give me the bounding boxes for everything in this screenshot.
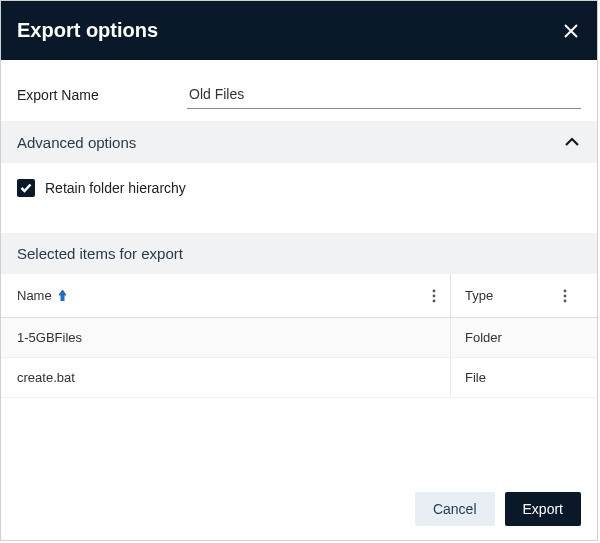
svg-point-6 [564,289,567,292]
column-header-type[interactable]: Type [451,274,581,317]
column-type-menu[interactable] [557,288,573,304]
svg-point-3 [433,289,436,292]
column-type-label: Type [465,288,493,303]
dialog-header: Export options [1,1,597,60]
export-name-input[interactable] [187,80,581,109]
table-row[interactable]: 1-5GBFiles Folder [1,318,597,358]
advanced-options-toggle[interactable]: Advanced options [1,121,597,163]
export-button[interactable]: Export [505,492,581,526]
retain-folder-label: Retain folder hierarchy [45,180,186,196]
close-icon [564,24,578,38]
export-name-row: Export Name [1,60,597,121]
svg-marker-2 [59,290,66,301]
column-header-name[interactable]: Name [17,274,451,317]
spacer [1,213,597,233]
selected-items-title: Selected items for export [17,245,183,262]
cell-name: create.bat [17,358,451,397]
items-table: Name Type 1-5GBFiles Folder [1,274,597,398]
kebab-icon [563,289,567,303]
close-button[interactable] [561,21,581,41]
table-row[interactable]: create.bat File [1,358,597,398]
advanced-options-title: Advanced options [17,134,136,151]
cancel-button[interactable]: Cancel [415,492,495,526]
column-name-label: Name [17,288,52,303]
chevron-up-icon [563,133,581,151]
retain-folder-row: Retain folder hierarchy [1,163,597,213]
dialog-body: Export Name Advanced options Retain fold… [1,60,597,540]
table-header-row: Name Type [1,274,597,318]
svg-point-5 [433,299,436,302]
cell-type: File [451,358,581,397]
dialog-footer: Cancel Export [1,478,597,540]
cell-type: Folder [451,318,581,357]
checkmark-icon [20,183,32,193]
column-name-menu[interactable] [426,288,442,304]
svg-point-4 [433,294,436,297]
sort-ascending-icon [58,290,67,301]
cell-name: 1-5GBFiles [17,318,451,357]
export-name-label: Export Name [17,87,167,109]
dialog-title: Export options [17,19,158,42]
export-options-dialog: Export options Export Name Advanced opti… [0,0,598,541]
kebab-icon [432,289,436,303]
retain-folder-checkbox[interactable] [17,179,35,197]
selected-items-header: Selected items for export [1,233,597,274]
svg-point-7 [564,294,567,297]
svg-point-8 [564,299,567,302]
